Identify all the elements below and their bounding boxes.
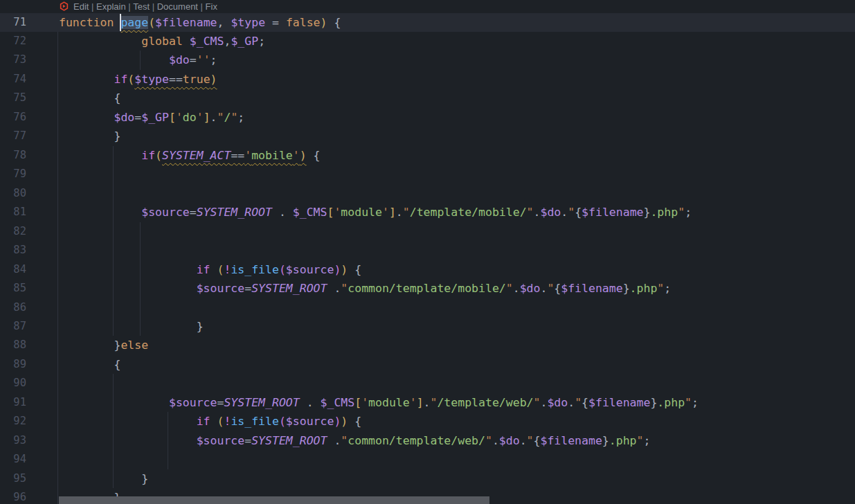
code-token: function — [59, 16, 114, 29]
code-token: = — [244, 282, 251, 295]
line-number[interactable]: 88 — [0, 336, 26, 354]
code-line-89[interactable]: 89 { — [0, 355, 855, 374]
line-number[interactable]: 79 — [0, 165, 26, 183]
code-line-94[interactable]: 94 — [0, 450, 855, 469]
code-line-92[interactable]: 92 if (!is_file($source)) { — [0, 412, 855, 431]
code-token: .php — [657, 396, 685, 409]
code-token: SYSTEM_ROOT — [224, 396, 299, 409]
codelens-row: Edit | Explain | Test | Document | Fix — [0, 0, 855, 13]
indent-guide — [57, 184, 58, 203]
code-line-83[interactable]: 83 — [0, 241, 855, 260]
line-number[interactable]: 92 — [0, 412, 26, 431]
line-number[interactable]: 91 — [0, 393, 26, 412]
codelens-separator: | — [198, 1, 206, 12]
line-number[interactable]: 83 — [0, 241, 26, 260]
code-token: if — [141, 149, 155, 162]
code-token: '' — [197, 53, 210, 66]
code-line-78[interactable]: 78 if(SYSTEM_ACT=='mobile') { — [0, 146, 855, 165]
line-number[interactable]: 81 — [0, 203, 26, 222]
line-number[interactable]: 72 — [0, 32, 26, 51]
line-number[interactable]: 85 — [0, 279, 26, 298]
code-token: , — [224, 35, 231, 48]
line-number[interactable]: 89 — [0, 355, 26, 374]
code-token: ( — [217, 415, 224, 428]
codelens-action-test[interactable]: Test — [133, 1, 150, 12]
indent-guide — [113, 450, 114, 469]
code-line-95[interactable]: 95 } — [0, 469, 855, 488]
line-number[interactable]: 90 — [0, 374, 26, 393]
code-token: { — [575, 206, 582, 219]
code-token: ] — [417, 396, 424, 409]
indent-guide — [57, 127, 58, 145]
horizontal-scrollbar-thumb[interactable] — [59, 496, 489, 504]
code-token: . — [534, 206, 541, 219]
line-number[interactable]: 93 — [0, 431, 26, 450]
line-number[interactable]: 74 — [0, 70, 26, 89]
line-number[interactable]: 78 — [0, 146, 26, 165]
line-number[interactable]: 75 — [0, 89, 26, 107]
code-token: $_GP — [231, 35, 258, 48]
line-number[interactable]: 82 — [0, 222, 26, 241]
code-token: " — [431, 396, 438, 409]
code-token: ( — [279, 263, 286, 276]
code-line-73[interactable]: 73 $do=''; — [0, 51, 855, 69]
line-number[interactable]: 96 — [0, 488, 26, 504]
line-number[interactable]: 76 — [0, 108, 26, 127]
code-line-88[interactable]: 88 }else — [0, 336, 855, 354]
code-line-81[interactable]: 81 $source=SYSTEM_ROOT . $_CMS['module']… — [0, 203, 855, 222]
code-token: } — [623, 282, 630, 295]
code-token: " — [568, 206, 575, 219]
code-line-71[interactable]: 71function page($filename, $type = false… — [0, 13, 855, 32]
line-number[interactable]: 95 — [0, 469, 26, 488]
code-line-75[interactable]: 75 { — [0, 89, 855, 107]
code-line-72[interactable]: 72 global $_CMS,$_GP; — [0, 32, 855, 51]
code-token: " — [341, 282, 348, 295]
code-content: }else — [59, 336, 855, 354]
code-token: $source — [197, 282, 245, 295]
codelens-action-fix[interactable]: Fix — [206, 1, 217, 12]
line-number[interactable]: 73 — [0, 51, 26, 69]
code-token: $_CMS — [190, 35, 224, 48]
code-line-80[interactable]: 80 — [0, 184, 855, 203]
line-number[interactable]: 86 — [0, 298, 26, 317]
code-line-86[interactable]: 86 — [0, 298, 855, 317]
codelens-action-edit[interactable]: Edit — [73, 1, 89, 12]
code-token: /template/mobile/ — [410, 206, 527, 219]
codelens-action-explain[interactable]: Explain — [96, 1, 126, 12]
code-token: " — [534, 396, 541, 409]
code-line-82[interactable]: 82 — [0, 222, 855, 241]
code-line-93[interactable]: 93 $source=SYSTEM_ROOT ."common/template… — [0, 431, 855, 450]
indent-guide — [57, 222, 58, 241]
code-line-76[interactable]: 76 $do=$_GP['do']."/"; — [0, 108, 855, 127]
code-token: $_GP — [141, 111, 169, 124]
line-number[interactable]: 84 — [0, 260, 26, 279]
code-token: . — [561, 206, 568, 219]
code-line-74[interactable]: 74 if($type==true) — [0, 70, 855, 89]
code-line-91[interactable]: 91 $source=SYSTEM_ROOT . $_CMS['module']… — [0, 393, 855, 412]
code-content: $source=SYSTEM_ROOT ."common/template/we… — [59, 431, 855, 450]
code-line-79[interactable]: 79 — [0, 165, 855, 183]
line-number[interactable]: 94 — [0, 450, 26, 469]
code-line-87[interactable]: 87 } — [0, 317, 855, 336]
code-token: = — [134, 111, 141, 124]
line-number[interactable]: 87 — [0, 317, 26, 336]
code-token: ) — [341, 263, 348, 276]
code-content: } — [59, 127, 855, 145]
code-line-85[interactable]: 85 $source=SYSTEM_ROOT ."common/template… — [0, 279, 855, 298]
code-line-77[interactable]: 77 } — [0, 127, 855, 145]
code-token: SYSTEM_ACT — [162, 149, 231, 162]
code-token: { — [59, 91, 120, 105]
code-token: " — [637, 434, 644, 447]
code-line-90[interactable]: 90 — [0, 374, 855, 393]
code-line-84[interactable]: 84 if (!is_file($source)) { — [0, 260, 855, 279]
line-number[interactable]: 80 — [0, 184, 26, 203]
code-token: { — [534, 434, 541, 447]
line-number[interactable]: 71 — [0, 13, 26, 32]
line-number[interactable]: 77 — [0, 127, 26, 145]
code-token: . — [210, 111, 217, 124]
code-token: } — [59, 339, 120, 352]
code-token — [59, 206, 141, 219]
code-token: " — [527, 206, 534, 219]
code-token: ; — [685, 206, 692, 219]
codelens-action-document[interactable]: Document — [157, 1, 198, 12]
